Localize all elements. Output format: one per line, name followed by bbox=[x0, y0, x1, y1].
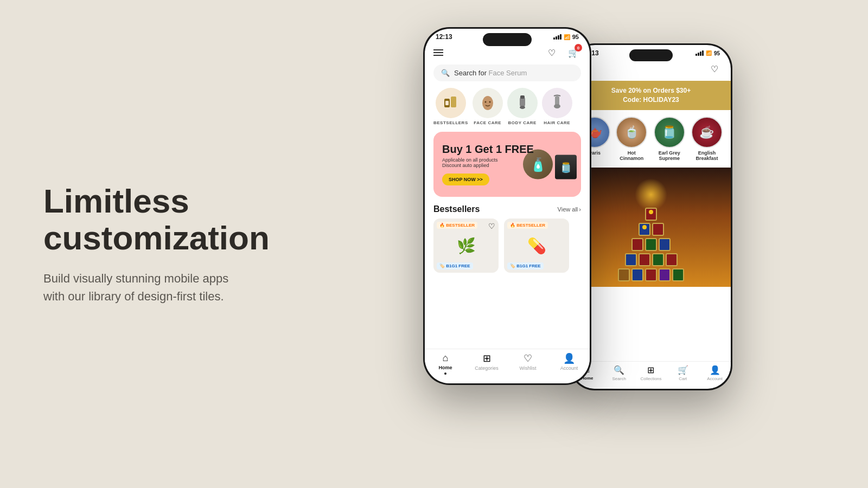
badge-bestseller-1: 🔥 BESTSELLER bbox=[437, 222, 477, 229]
bodycare-icon bbox=[513, 93, 532, 113]
p2-search-icon: 🔍 bbox=[614, 365, 624, 375]
svg-rect-7 bbox=[520, 95, 525, 99]
p1-promo-banner[interactable]: Buy 1 Get 1 FREE Applicable on all produ… bbox=[433, 132, 581, 197]
p2-hero-image bbox=[571, 168, 731, 287]
bestsellers-icon bbox=[441, 93, 461, 113]
p1-nav-account[interactable]: 👤 Account bbox=[548, 352, 590, 375]
category-label-facecare: FACE CARE bbox=[474, 120, 501, 125]
user-icon: 👤 bbox=[563, 352, 575, 364]
p2-category-cinnamon[interactable]: 🍵 Hot Cinnamon bbox=[615, 117, 648, 161]
svg-point-4 bbox=[484, 101, 486, 103]
p1-nav-home[interactable]: ⌂ Home bbox=[425, 352, 466, 375]
badge-b1g1-2: 🏷️ B1G1 FREE bbox=[507, 262, 544, 269]
p2-nav-search[interactable]: 🔍 Search bbox=[603, 365, 635, 381]
p2-cart-icon: 🛒 bbox=[678, 365, 688, 375]
phone-1: 12:13 📶 95 bbox=[423, 27, 591, 385]
cart-badge: 0 bbox=[575, 44, 582, 52]
phones-container: 12:13 📶 95 bbox=[380, 0, 868, 488]
p2-nav-account[interactable]: 👤 Account bbox=[699, 365, 731, 381]
p1-bestsellers-header: Bestsellers View all › bbox=[425, 204, 590, 219]
category-label-haircare: HAIR CARE bbox=[544, 120, 570, 125]
product-2-image: 💊 bbox=[527, 237, 546, 255]
banner-desc: Applicable on all productsDiscount auto … bbox=[442, 157, 572, 168]
p1-nav-categories[interactable]: ⊞ Categories bbox=[466, 352, 507, 375]
category-item-bestsellers[interactable]: BESTSELLERS bbox=[433, 88, 468, 125]
p1-signal bbox=[553, 34, 561, 40]
svg-point-3 bbox=[482, 96, 493, 110]
heart-nav-icon: ♡ bbox=[524, 352, 532, 364]
p1-search-text: Search for Face Serum bbox=[454, 69, 527, 77]
p2-promo-text: Save 20% on Orders $30+ Code: HOLIDAY23 bbox=[580, 86, 722, 105]
wishlist-icon-button[interactable]: ♡ bbox=[544, 45, 559, 60]
product-1-image: 🌿 bbox=[457, 237, 476, 255]
category-label-bodycare: BODY CARE bbox=[508, 120, 537, 125]
p2-nav-cart[interactable]: 🛒 Cart bbox=[667, 365, 699, 381]
p2-collections-icon: ⊞ bbox=[647, 365, 654, 375]
p2-status-bar: 12:13 📶 95 bbox=[571, 45, 731, 59]
p2-wifi-icon: 📶 bbox=[706, 50, 712, 56]
category-item-bodycare[interactable]: BODY CARE bbox=[507, 88, 538, 125]
p1-wifi-icon: 📶 bbox=[564, 34, 570, 40]
p2-signal bbox=[695, 50, 704, 56]
p1-nav-icons: ♡ 🛒 0 bbox=[544, 45, 581, 60]
category-item-facecare[interactable]: FACE CARE bbox=[473, 88, 503, 125]
p1-bottom-nav: ⌂ Home ⊞ Categories ♡ Wishlist 👤 Account bbox=[425, 349, 590, 383]
category-item-haircare[interactable]: HAIR CARE bbox=[542, 88, 572, 125]
product-card-1[interactable]: 🌿 🔥 BESTSELLER 🏷️ B1G1 FREE ♡ bbox=[433, 219, 499, 273]
p1-battery-level: 95 bbox=[572, 34, 579, 40]
p2-category-label-cinnamon: Hot Cinnamon bbox=[615, 150, 648, 161]
p2-dynamic-island bbox=[629, 49, 673, 61]
bestsellers-title: Bestsellers bbox=[433, 204, 480, 214]
badge-b1g1-1: 🏷️ B1G1 FREE bbox=[437, 262, 473, 269]
cart-button[interactable]: 🛒 0 bbox=[566, 45, 581, 60]
svg-rect-2 bbox=[445, 101, 449, 105]
banner-title: Buy 1 Get 1 FREE bbox=[442, 143, 572, 155]
nutcracker-scene bbox=[571, 168, 731, 287]
p2-promo-banner: Save 20% on Orders $30+ Code: HOLIDAY23 bbox=[571, 81, 731, 110]
p2-status-icons: 📶 95 bbox=[695, 50, 720, 56]
hero-title: Limitless customization bbox=[43, 183, 347, 256]
p1-top-nav: ♡ 🛒 0 bbox=[425, 43, 590, 65]
haircare-icon bbox=[547, 93, 567, 113]
p2-categories: 🫖 Paris 🍵 Hot Cinnamon bbox=[571, 110, 731, 168]
hamburger-menu[interactable] bbox=[433, 49, 443, 56]
p1-dynamic-island bbox=[483, 33, 532, 46]
nutcracker-tree bbox=[618, 208, 684, 287]
p1-categories: BESTSELLERS FACE CARE bbox=[425, 88, 590, 132]
product-card-2[interactable]: 💊 🔥 BESTSELLER 🏷️ B1G1 FREE bbox=[504, 219, 569, 273]
p2-category-english[interactable]: ☕ English Breakfast bbox=[691, 117, 723, 161]
p2-wishlist-button[interactable]: ♡ bbox=[707, 61, 722, 76]
p2-top-nav: ♡ bbox=[571, 59, 731, 81]
p2-category-earl-grey[interactable]: 🫙 Earl Grey Supreme bbox=[653, 117, 686, 161]
p1-search-bar[interactable]: 🔍 Search for Face Serum bbox=[433, 65, 581, 81]
facecare-icon bbox=[478, 93, 497, 113]
banner-cta[interactable]: SHOP NOW >> bbox=[442, 174, 489, 185]
svg-rect-1 bbox=[451, 97, 456, 107]
p2-nav-collections[interactable]: ⊞ Collections bbox=[635, 365, 667, 381]
home-icon: ⌂ bbox=[443, 352, 449, 364]
badge-bestseller-2: 🔥 BESTSELLER bbox=[507, 222, 548, 229]
svg-point-5 bbox=[489, 101, 490, 103]
active-indicator bbox=[444, 373, 446, 375]
p2-bottom-nav: ⌂ Home 🔍 Search ⊞ Collections 🛒 Cart 👤 bbox=[571, 361, 731, 389]
category-label-bestsellers: BESTSELLERS bbox=[433, 120, 468, 125]
hero-glow bbox=[635, 178, 667, 211]
grid-icon: ⊞ bbox=[483, 352, 491, 364]
wishlist-heart-1[interactable]: ♡ bbox=[488, 222, 495, 230]
p2-category-label-earl-grey: Earl Grey Supreme bbox=[653, 150, 686, 161]
p1-status-bar: 12:13 📶 95 bbox=[425, 29, 590, 43]
p1-product-list: 🌿 🔥 BESTSELLER 🏷️ B1G1 FREE ♡ 💊 🔥 BESTSE… bbox=[425, 219, 590, 273]
p2-account-icon: 👤 bbox=[710, 365, 720, 375]
p1-status-icons: 📶 95 bbox=[553, 34, 579, 40]
p2-category-label-english: English Breakfast bbox=[691, 150, 723, 161]
hero-subtitle: Build visually stunning mobile apps with… bbox=[43, 269, 347, 305]
p1-nav-wishlist[interactable]: ♡ Wishlist bbox=[507, 352, 548, 375]
p2-battery-level: 95 bbox=[714, 50, 720, 56]
phone-2: 12:13 📶 95 bbox=[570, 43, 732, 390]
svg-point-10 bbox=[554, 104, 560, 108]
search-icon: 🔍 bbox=[441, 69, 450, 77]
p1-time: 12:13 bbox=[436, 33, 452, 41]
svg-point-8 bbox=[520, 106, 525, 109]
view-all-button[interactable]: View all › bbox=[558, 206, 581, 213]
hero-section: Limitless customization Build visually s… bbox=[43, 183, 347, 305]
